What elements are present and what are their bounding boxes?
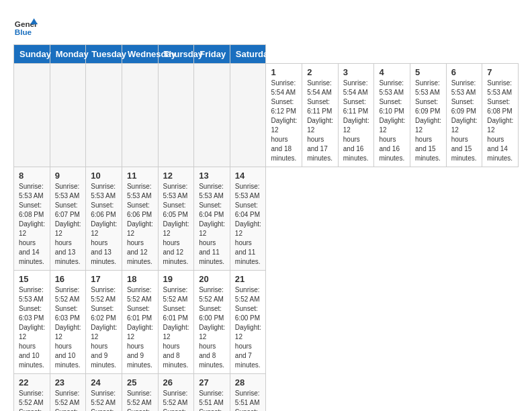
calendar-week-row: 1Sunrise: 5:54 AM Sunset: 6:12 PM Daylig… bbox=[14, 64, 519, 167]
calendar-cell: 11Sunrise: 5:53 AM Sunset: 6:06 PM Dayli… bbox=[122, 167, 158, 271]
calendar-cell bbox=[86, 64, 122, 167]
calendar: SundayMondayTuesdayWednesdayThursdayFrid… bbox=[13, 44, 519, 411]
day-info: Sunrise: 5:53 AM Sunset: 6:04 PM Dayligh… bbox=[199, 182, 225, 267]
day-info: Sunrise: 5:53 AM Sunset: 6:08 PM Dayligh… bbox=[487, 79, 513, 163]
calendar-cell: 24Sunrise: 5:52 AM Sunset: 5:58 PM Dayli… bbox=[86, 374, 122, 412]
svg-text:Blue: Blue bbox=[15, 28, 32, 36]
day-info: Sunrise: 5:52 AM Sunset: 6:02 PM Dayligh… bbox=[91, 285, 117, 370]
day-info: Sunrise: 5:51 AM Sunset: 5:55 PM Dayligh… bbox=[235, 389, 261, 411]
calendar-cell: 27Sunrise: 5:51 AM Sunset: 5:56 PM Dayli… bbox=[194, 374, 230, 412]
day-info: Sunrise: 5:52 AM Sunset: 6:03 PM Dayligh… bbox=[55, 285, 81, 370]
calendar-cell: 19Sunrise: 5:52 AM Sunset: 6:01 PM Dayli… bbox=[158, 271, 194, 374]
header: General Blue bbox=[13, 13, 519, 38]
day-number: 15 bbox=[19, 274, 45, 284]
day-number: 2 bbox=[307, 67, 333, 77]
day-number: 23 bbox=[55, 377, 81, 387]
calendar-week-row: 22Sunrise: 5:52 AM Sunset: 5:59 PM Dayli… bbox=[14, 374, 519, 412]
day-number: 4 bbox=[379, 67, 405, 77]
calendar-cell: 1Sunrise: 5:54 AM Sunset: 6:12 PM Daylig… bbox=[266, 64, 302, 167]
weekday-header-wednesday: Wednesday bbox=[122, 45, 158, 64]
calendar-cell: 26Sunrise: 5:52 AM Sunset: 5:56 PM Dayli… bbox=[158, 374, 194, 412]
day-number: 25 bbox=[127, 377, 153, 387]
day-info: Sunrise: 5:54 AM Sunset: 6:11 PM Dayligh… bbox=[343, 79, 369, 163]
calendar-cell bbox=[122, 64, 158, 167]
day-info: Sunrise: 5:52 AM Sunset: 5:59 PM Dayligh… bbox=[19, 389, 45, 411]
calendar-cell: 3Sunrise: 5:54 AM Sunset: 6:11 PM Daylig… bbox=[338, 64, 374, 167]
day-number: 6 bbox=[451, 67, 478, 77]
day-info: Sunrise: 5:53 AM Sunset: 6:05 PM Dayligh… bbox=[163, 182, 189, 267]
day-number: 12 bbox=[163, 171, 189, 181]
calendar-cell: 16Sunrise: 5:52 AM Sunset: 6:03 PM Dayli… bbox=[50, 271, 86, 374]
day-number: 5 bbox=[415, 67, 441, 77]
calendar-cell: 20Sunrise: 5:52 AM Sunset: 6:00 PM Dayli… bbox=[194, 271, 230, 374]
calendar-cell: 12Sunrise: 5:53 AM Sunset: 6:05 PM Dayli… bbox=[158, 167, 194, 271]
calendar-cell: 14Sunrise: 5:53 AM Sunset: 6:04 PM Dayli… bbox=[230, 167, 266, 271]
day-number: 13 bbox=[199, 171, 225, 181]
calendar-cell: 18Sunrise: 5:52 AM Sunset: 6:01 PM Dayli… bbox=[122, 271, 158, 374]
day-info: Sunrise: 5:53 AM Sunset: 6:09 PM Dayligh… bbox=[415, 79, 441, 163]
day-info: Sunrise: 5:52 AM Sunset: 6:00 PM Dayligh… bbox=[199, 285, 225, 370]
day-number: 16 bbox=[55, 274, 81, 284]
day-number: 9 bbox=[55, 171, 81, 181]
calendar-cell bbox=[158, 64, 194, 167]
calendar-cell: 4Sunrise: 5:53 AM Sunset: 6:10 PM Daylig… bbox=[374, 64, 410, 167]
day-number: 8 bbox=[19, 171, 45, 181]
day-info: Sunrise: 5:53 AM Sunset: 6:06 PM Dayligh… bbox=[127, 182, 153, 267]
day-info: Sunrise: 5:53 AM Sunset: 6:06 PM Dayligh… bbox=[91, 182, 117, 267]
day-number: 1 bbox=[271, 67, 297, 77]
day-number: 22 bbox=[19, 377, 45, 387]
calendar-cell: 23Sunrise: 5:52 AM Sunset: 5:58 PM Dayli… bbox=[50, 374, 86, 412]
day-number: 14 bbox=[235, 171, 261, 181]
day-info: Sunrise: 5:52 AM Sunset: 5:57 PM Dayligh… bbox=[127, 389, 153, 411]
calendar-cell: 17Sunrise: 5:52 AM Sunset: 6:02 PM Dayli… bbox=[86, 271, 122, 374]
day-number: 10 bbox=[91, 171, 117, 181]
calendar-cell: 2Sunrise: 5:54 AM Sunset: 6:11 PM Daylig… bbox=[302, 64, 339, 167]
day-info: Sunrise: 5:52 AM Sunset: 5:58 PM Dayligh… bbox=[91, 389, 117, 411]
day-number: 24 bbox=[91, 377, 117, 387]
day-info: Sunrise: 5:53 AM Sunset: 6:08 PM Dayligh… bbox=[19, 182, 45, 267]
calendar-cell bbox=[14, 64, 50, 167]
weekday-header-saturday: Saturday bbox=[230, 45, 266, 64]
day-info: Sunrise: 5:54 AM Sunset: 6:12 PM Dayligh… bbox=[271, 79, 297, 163]
day-info: Sunrise: 5:53 AM Sunset: 6:10 PM Dayligh… bbox=[379, 79, 405, 163]
weekday-header-monday: Monday bbox=[50, 45, 86, 64]
day-info: Sunrise: 5:53 AM Sunset: 6:09 PM Dayligh… bbox=[451, 79, 478, 163]
day-number: 26 bbox=[163, 377, 189, 387]
day-number: 28 bbox=[235, 377, 261, 387]
calendar-cell: 6Sunrise: 5:53 AM Sunset: 6:09 PM Daylig… bbox=[446, 64, 482, 167]
calendar-cell: 28Sunrise: 5:51 AM Sunset: 5:55 PM Dayli… bbox=[230, 374, 266, 412]
day-number: 20 bbox=[199, 274, 225, 284]
day-number: 17 bbox=[91, 274, 117, 284]
calendar-header-row: SundayMondayTuesdayWednesdayThursdayFrid… bbox=[14, 45, 519, 64]
calendar-cell: 10Sunrise: 5:53 AM Sunset: 6:06 PM Dayli… bbox=[86, 167, 122, 271]
day-number: 21 bbox=[235, 274, 261, 284]
day-info: Sunrise: 5:52 AM Sunset: 6:01 PM Dayligh… bbox=[163, 285, 189, 370]
weekday-header-tuesday: Tuesday bbox=[86, 45, 122, 64]
calendar-cell: 22Sunrise: 5:52 AM Sunset: 5:59 PM Dayli… bbox=[14, 374, 50, 412]
calendar-cell: 8Sunrise: 5:53 AM Sunset: 6:08 PM Daylig… bbox=[14, 167, 50, 271]
calendar-cell: 13Sunrise: 5:53 AM Sunset: 6:04 PM Dayli… bbox=[194, 167, 230, 271]
calendar-cell: 15Sunrise: 5:53 AM Sunset: 6:03 PM Dayli… bbox=[14, 271, 50, 374]
calendar-cell: 21Sunrise: 5:52 AM Sunset: 6:00 PM Dayli… bbox=[230, 271, 266, 374]
day-info: Sunrise: 5:54 AM Sunset: 6:11 PM Dayligh… bbox=[307, 79, 333, 163]
day-number: 19 bbox=[163, 274, 189, 284]
day-number: 18 bbox=[127, 274, 153, 284]
calendar-cell bbox=[230, 64, 266, 167]
weekday-header-sunday: Sunday bbox=[14, 45, 50, 64]
calendar-cell bbox=[194, 64, 230, 167]
day-number: 3 bbox=[343, 67, 369, 77]
day-info: Sunrise: 5:53 AM Sunset: 6:04 PM Dayligh… bbox=[235, 182, 261, 267]
day-info: Sunrise: 5:53 AM Sunset: 6:03 PM Dayligh… bbox=[19, 285, 45, 370]
calendar-week-row: 8Sunrise: 5:53 AM Sunset: 6:08 PM Daylig… bbox=[14, 167, 519, 271]
calendar-cell: 5Sunrise: 5:53 AM Sunset: 6:09 PM Daylig… bbox=[410, 64, 447, 167]
day-info: Sunrise: 5:52 AM Sunset: 6:01 PM Dayligh… bbox=[127, 285, 153, 370]
day-number: 27 bbox=[199, 377, 225, 387]
day-number: 7 bbox=[487, 67, 513, 77]
weekday-header-friday: Friday bbox=[194, 45, 230, 64]
calendar-cell bbox=[50, 64, 86, 167]
day-info: Sunrise: 5:53 AM Sunset: 6:07 PM Dayligh… bbox=[55, 182, 81, 267]
calendar-week-row: 15Sunrise: 5:53 AM Sunset: 6:03 PM Dayli… bbox=[14, 271, 519, 374]
calendar-cell: 9Sunrise: 5:53 AM Sunset: 6:07 PM Daylig… bbox=[50, 167, 86, 271]
calendar-cell: 25Sunrise: 5:52 AM Sunset: 5:57 PM Dayli… bbox=[122, 374, 158, 412]
day-info: Sunrise: 5:52 AM Sunset: 6:00 PM Dayligh… bbox=[235, 285, 261, 370]
